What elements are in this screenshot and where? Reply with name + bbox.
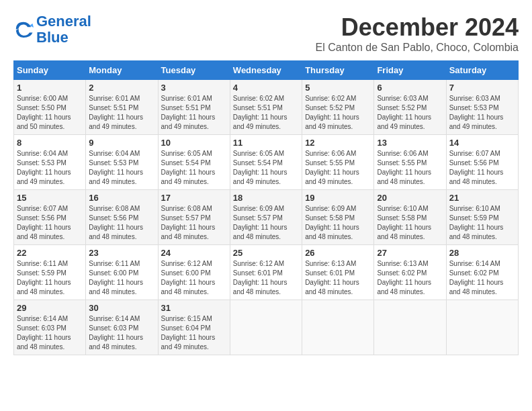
day-cell [302,300,374,355]
day-cell: 31Sunrise: 6:15 AMSunset: 6:04 PMDayligh… [158,300,230,355]
day-number: 28 [449,248,515,258]
page-header: General Blue December 2024 El Canton de … [13,13,519,54]
day-info: Sunrise: 6:14 AMSunset: 6:03 PMDaylight:… [17,314,83,352]
header-sunday: Sunday [14,61,86,80]
day-number: 12 [305,138,371,148]
day-info: Sunrise: 6:03 AMSunset: 5:53 PMDaylight:… [449,94,515,132]
month-title: December 2024 [316,13,519,42]
header-wednesday: Wednesday [230,61,302,80]
day-cell: 18Sunrise: 6:09 AMSunset: 5:57 PMDayligh… [230,190,302,245]
day-number: 25 [233,248,299,258]
day-info: Sunrise: 6:03 AMSunset: 5:52 PMDaylight:… [377,94,443,132]
day-cell: 13Sunrise: 6:06 AMSunset: 5:55 PMDayligh… [374,135,446,190]
day-number: 2 [89,83,154,93]
day-number: 1 [17,83,83,93]
logo: General Blue [13,13,91,46]
day-info: Sunrise: 6:10 AMSunset: 5:59 PMDaylight:… [449,204,515,242]
day-number: 27 [377,248,443,258]
day-cell: 7Sunrise: 6:03 AMSunset: 5:53 PMDaylight… [446,80,518,135]
day-info: Sunrise: 6:06 AMSunset: 5:55 PMDaylight:… [305,149,371,187]
day-info: Sunrise: 6:09 AMSunset: 5:58 PMDaylight:… [305,204,371,242]
header-monday: Monday [86,61,158,80]
day-number: 17 [161,193,227,203]
day-cell: 16Sunrise: 6:08 AMSunset: 5:56 PMDayligh… [86,190,158,245]
day-cell: 15Sunrise: 6:07 AMSunset: 5:56 PMDayligh… [14,190,86,245]
day-number: 9 [89,138,154,148]
day-cell: 3Sunrise: 6:01 AMSunset: 5:51 PMDaylight… [158,80,230,135]
day-info: Sunrise: 6:14 AMSunset: 6:02 PMDaylight:… [449,259,515,297]
day-number: 24 [161,248,227,258]
day-info: Sunrise: 6:04 AMSunset: 5:53 PMDaylight:… [89,149,154,187]
day-info: Sunrise: 6:11 AMSunset: 6:00 PMDaylight:… [89,259,154,297]
day-cell: 19Sunrise: 6:09 AMSunset: 5:58 PMDayligh… [302,190,374,245]
day-number: 10 [161,138,227,148]
day-info: Sunrise: 6:08 AMSunset: 5:57 PMDaylight:… [161,204,227,242]
day-number: 20 [377,193,443,203]
day-info: Sunrise: 6:12 AMSunset: 6:00 PMDaylight:… [161,259,227,297]
day-number: 29 [17,303,83,313]
day-cell: 4Sunrise: 6:02 AMSunset: 5:51 PMDaylight… [230,80,302,135]
header-thursday: Thursday [302,61,374,80]
day-number: 31 [161,303,227,313]
day-info: Sunrise: 6:15 AMSunset: 6:04 PMDaylight:… [161,314,227,352]
day-cell: 27Sunrise: 6:13 AMSunset: 6:02 PMDayligh… [374,245,446,300]
day-number: 26 [305,248,371,258]
calendar-table: SundayMondayTuesdayWednesdayThursdayFrid… [13,60,519,355]
day-info: Sunrise: 6:14 AMSunset: 6:03 PMDaylight:… [89,314,154,352]
day-number: 5 [305,83,371,93]
day-number: 30 [89,303,154,313]
day-number: 8 [17,138,83,148]
day-info: Sunrise: 6:04 AMSunset: 5:53 PMDaylight:… [17,149,83,187]
week-row-2: 8Sunrise: 6:04 AMSunset: 5:53 PMDaylight… [14,135,519,190]
day-info: Sunrise: 6:00 AMSunset: 5:50 PMDaylight:… [17,94,83,132]
day-cell: 12Sunrise: 6:06 AMSunset: 5:55 PMDayligh… [302,135,374,190]
day-cell: 11Sunrise: 6:05 AMSunset: 5:54 PMDayligh… [230,135,302,190]
header-tuesday: Tuesday [158,61,230,80]
day-cell: 20Sunrise: 6:10 AMSunset: 5:58 PMDayligh… [374,190,446,245]
day-number: 13 [377,138,443,148]
day-cell: 25Sunrise: 6:12 AMSunset: 6:01 PMDayligh… [230,245,302,300]
day-info: Sunrise: 6:10 AMSunset: 5:58 PMDaylight:… [377,204,443,242]
day-number: 19 [305,193,371,203]
day-info: Sunrise: 6:02 AMSunset: 5:51 PMDaylight:… [233,94,299,132]
day-number: 14 [449,138,515,148]
title-section: December 2024 El Canton de San Pablo, Ch… [316,13,519,54]
day-info: Sunrise: 6:13 AMSunset: 6:01 PMDaylight:… [305,259,371,297]
day-info: Sunrise: 6:11 AMSunset: 5:59 PMDaylight:… [17,259,83,297]
day-info: Sunrise: 6:02 AMSunset: 5:52 PMDaylight:… [305,94,371,132]
header-saturday: Saturday [446,61,518,80]
day-cell [446,300,518,355]
day-cell: 6Sunrise: 6:03 AMSunset: 5:52 PMDaylight… [374,80,446,135]
day-info: Sunrise: 6:01 AMSunset: 5:51 PMDaylight:… [89,94,154,132]
logo-text: General Blue [36,13,91,46]
header-friday: Friday [374,61,446,80]
day-info: Sunrise: 6:05 AMSunset: 5:54 PMDaylight:… [161,149,227,187]
day-cell: 5Sunrise: 6:02 AMSunset: 5:52 PMDaylight… [302,80,374,135]
day-info: Sunrise: 6:01 AMSunset: 5:51 PMDaylight:… [161,94,227,132]
week-row-3: 15Sunrise: 6:07 AMSunset: 5:56 PMDayligh… [14,190,519,245]
day-info: Sunrise: 6:07 AMSunset: 5:56 PMDaylight:… [17,204,83,242]
day-cell [230,300,302,355]
day-number: 6 [377,83,443,93]
day-cell: 24Sunrise: 6:12 AMSunset: 6:00 PMDayligh… [158,245,230,300]
day-cell: 9Sunrise: 6:04 AMSunset: 5:53 PMDaylight… [86,135,158,190]
day-number: 4 [233,83,299,93]
day-info: Sunrise: 6:06 AMSunset: 5:55 PMDaylight:… [377,149,443,187]
day-cell: 10Sunrise: 6:05 AMSunset: 5:54 PMDayligh… [158,135,230,190]
week-row-4: 22Sunrise: 6:11 AMSunset: 5:59 PMDayligh… [14,245,519,300]
week-row-1: 1Sunrise: 6:00 AMSunset: 5:50 PMDaylight… [14,80,519,135]
day-number: 18 [233,193,299,203]
logo-icon [13,19,34,40]
day-number: 21 [449,193,515,203]
day-number: 15 [17,193,83,203]
day-cell: 8Sunrise: 6:04 AMSunset: 5:53 PMDaylight… [14,135,86,190]
day-cell: 28Sunrise: 6:14 AMSunset: 6:02 PMDayligh… [446,245,518,300]
day-number: 7 [449,83,515,93]
day-cell: 22Sunrise: 6:11 AMSunset: 5:59 PMDayligh… [14,245,86,300]
day-info: Sunrise: 6:09 AMSunset: 5:57 PMDaylight:… [233,204,299,242]
location: El Canton de San Pablo, Choco, Colombia [316,42,519,54]
day-cell: 30Sunrise: 6:14 AMSunset: 6:03 PMDayligh… [86,300,158,355]
day-cell: 26Sunrise: 6:13 AMSunset: 6:01 PMDayligh… [302,245,374,300]
day-cell: 29Sunrise: 6:14 AMSunset: 6:03 PMDayligh… [14,300,86,355]
calendar-header-row: SundayMondayTuesdayWednesdayThursdayFrid… [14,61,519,80]
